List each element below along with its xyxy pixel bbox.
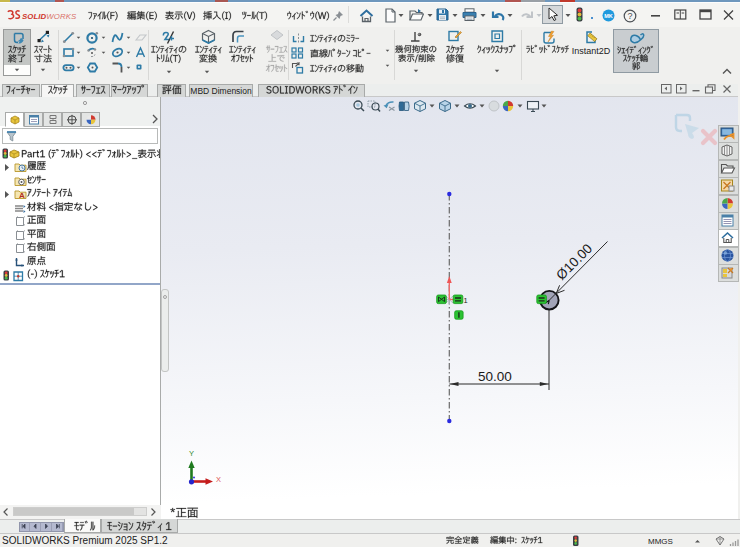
svg-text:A: A — [19, 191, 25, 200]
svg-text:50.00: 50.00 — [478, 369, 512, 384]
svg-text:?: ? — [627, 11, 632, 21]
svg-text:MK: MK — [604, 13, 613, 19]
svg-text:1: 1 — [464, 296, 468, 305]
svg-text:Y: Y — [189, 449, 194, 458]
svg-text:Ø10.00: Ø10.00 — [553, 241, 595, 283]
svg-text:X: X — [216, 475, 221, 484]
